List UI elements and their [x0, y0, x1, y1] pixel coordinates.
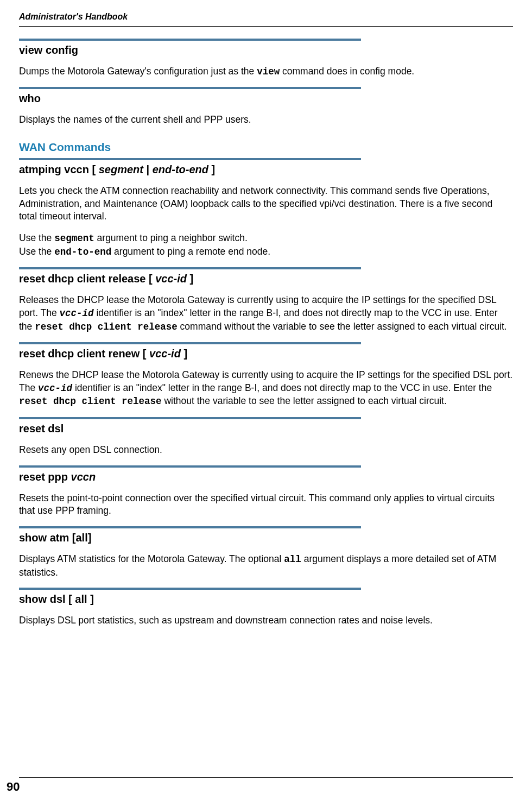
- wan-commands-title: WAN Commands: [19, 140, 513, 155]
- command-heading-atmping: atmping vccn [ segment | end-to-end ]: [19, 162, 513, 177]
- section-rule: [19, 267, 361, 269]
- footer-rule: [19, 777, 513, 778]
- mono-text: reset dhcp client release: [19, 396, 162, 407]
- mono-text: segment: [54, 233, 94, 244]
- page: Administrator's Handbook view configDump…: [0, 0, 532, 627]
- command-body-reset-dhcp-release-0: Releases the DHCP lease the Motorola Gat…: [19, 294, 513, 333]
- mono-italic-text: vcc-id: [38, 383, 72, 394]
- command-argument: segment: [99, 163, 143, 175]
- content: view configDumps the Motorola Gateway's …: [19, 27, 513, 627]
- mono-italic-text: vcc-id: [60, 308, 94, 319]
- command-body-who: Displays the names of the current shell …: [19, 114, 513, 127]
- command-argument: vcc-id: [155, 273, 187, 285]
- section-rule: [19, 342, 361, 344]
- mono-text: view: [257, 66, 280, 77]
- section-rule: [19, 39, 361, 41]
- section-rule: [19, 158, 361, 160]
- command-heading-show-dsl: show dsl [ all ]: [19, 592, 513, 607]
- command-heading-view-config: view config: [19, 43, 513, 58]
- command-body-reset-ppp-0: Resets the point-to-point connection ove…: [19, 492, 513, 518]
- command-body-show-atm-0: Displays ATM statistics for the Motorola…: [19, 553, 513, 579]
- command-body-view-config: Dumps the Motorola Gateway's configurati…: [19, 65, 513, 79]
- command-body-reset-dhcp-renew-0: Renews the DHCP lease the Motorola Gatew…: [19, 369, 513, 408]
- section-rule: [19, 417, 361, 419]
- command-heading-reset-dsl: reset dsl: [19, 421, 513, 436]
- mono-text: end-to-end: [54, 247, 111, 257]
- command-body-show-dsl-0: Displays DSL port statistics, such as up…: [19, 614, 513, 627]
- command-heading-show-atm: show atm [all]: [19, 531, 513, 545]
- section-rule: [19, 588, 361, 590]
- section-rule: [19, 526, 361, 528]
- command-heading-reset-dhcp-renew: reset dhcp client renew [ vcc-id ]: [19, 346, 513, 361]
- page-number: 90: [7, 779, 20, 795]
- command-body-atmping-0: Lets you check the ATM connection reacha…: [19, 185, 513, 223]
- command-argument: end-to-end: [153, 163, 208, 175]
- section-rule: [19, 87, 361, 89]
- command-heading-reset-ppp: reset ppp vccn: [19, 470, 513, 484]
- command-argument: vcc-id: [149, 348, 181, 360]
- command-heading-who: who: [19, 91, 513, 106]
- command-heading-reset-dhcp-release: reset dhcp client release [ vcc-id ]: [19, 272, 513, 286]
- command-body-atmping-1: Use the segment argument to ping a neigh…: [19, 232, 513, 259]
- section-rule: [19, 465, 361, 468]
- mono-text: all: [284, 554, 301, 565]
- command-argument: vccn: [71, 471, 96, 483]
- command-body-reset-dsl-0: Resets any open DSL connection.: [19, 444, 513, 457]
- running-head: Administrator's Handbook: [19, 11, 513, 23]
- mono-text: reset dhcp client release: [35, 321, 178, 332]
